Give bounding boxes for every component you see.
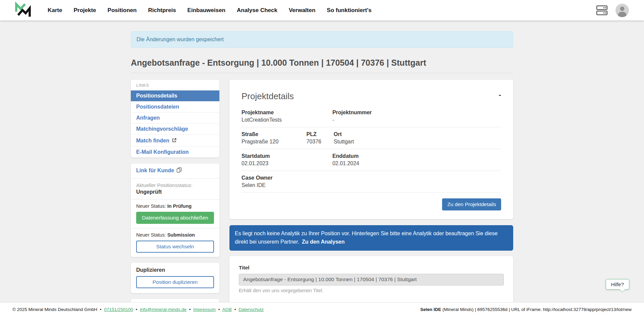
status-card: Link für Kunde Aktueller Positionsstatus…	[131, 164, 219, 257]
nav-positionen[interactable]: Positionen	[108, 7, 137, 14]
page-body: Die Änderungen wurden gespeichert Angebo…	[0, 20, 644, 302]
footer-separator: •	[218, 307, 220, 312]
project-details-title: Projektdetails	[241, 91, 294, 102]
new-status-prefix: Neuer Status:	[136, 232, 167, 238]
go-to-project-details-button[interactable]: Zu den Projektdetails	[442, 198, 501, 210]
new-status-pruefung-section: Neuer Status: In Prüfung Datenerfassung …	[131, 200, 219, 229]
page-title: Angebotsanfrage - Entsorgung | 10.000 To…	[131, 58, 513, 73]
new-status-pruefung-value: In Prüfung	[167, 203, 192, 209]
sidebar-item-positionsdateien[interactable]: Positionsdateien	[131, 101, 219, 112]
projektnummer-value: -	[332, 117, 501, 123]
new-status-submission-line: Neuer Status: Submission	[136, 232, 214, 238]
external-link-icon	[172, 138, 177, 144]
footer-separator: •	[100, 307, 102, 312]
switch-status-button[interactable]: Status wechseln	[136, 241, 214, 253]
footer-impressum-link[interactable]: Impressum	[193, 307, 216, 312]
nav-analyse-check[interactable]: Analyse Check	[237, 7, 277, 14]
footer-phone-link[interactable]: 07151/250100	[104, 307, 133, 312]
links-card-header: LINKS	[131, 80, 219, 90]
top-navbar: Karte Projekte Positionen Richtpreis Ein…	[0, 0, 644, 20]
ort-value: Stuttgart	[334, 139, 501, 145]
project-row-owner: Case Owner Selen IDE	[241, 171, 501, 193]
duplicate-card: Duplizieren Position duplizieren	[131, 263, 219, 293]
mineral-minds-logo-icon[interactable]	[13, 1, 33, 19]
main-navigation: Karte Projekte Positionen Richtpreis Ein…	[48, 7, 372, 14]
match-finden-label: Match finden	[136, 138, 169, 144]
page-footer: © 2025 Mineral Minds Deutschland GmbH • …	[0, 302, 644, 316]
footer-separator: •	[189, 307, 191, 312]
sidebar-item-match-finden[interactable]: Match finden	[131, 134, 219, 146]
titel-help: Erhält den von uns vorgegebenen Titel.	[239, 288, 504, 293]
new-status-submission-section: Neuer Status: Submission Status wechseln	[131, 229, 219, 257]
copyright-text: © 2025 Mineral Minds Deutschland GmbH	[12, 307, 97, 312]
footer-agb-link[interactable]: AGB	[222, 307, 232, 312]
duplicate-position-button[interactable]: Position duplizieren	[136, 276, 214, 288]
alert-text: Die Änderungen wurden gespeichert	[137, 37, 224, 42]
nav-so-funktionierts[interactable]: So funktioniert's	[327, 7, 371, 14]
footer-session-details: (Mineral Minds) | 69576255536d | URL of …	[441, 307, 632, 312]
help-button[interactable]: Hilfe?	[606, 279, 629, 290]
nav-karte[interactable]: Karte	[48, 7, 62, 14]
plz-value: 70376	[307, 139, 334, 145]
analytics-banner-text: Es liegt noch keine Analytik zu Ihrer Po…	[235, 231, 498, 245]
footer-left: © 2025 Mineral Minds Deutschland GmbH • …	[12, 307, 264, 312]
position-form-card: Titel Erhält den von uns vorgegebenen Ti…	[229, 256, 513, 302]
ort-label: Ort	[334, 131, 501, 137]
projektname-label: Projektname	[241, 110, 332, 116]
new-status-pruefung-line: Neuer Status: In Prüfung	[136, 203, 214, 209]
titel-field-group: Titel Erhält den von uns vorgegebenen Ti…	[239, 265, 504, 293]
project-row-name: Projektname LotCreationTests Projektnumm…	[241, 106, 501, 127]
footer-datenschutz-link[interactable]: Datenschutz	[238, 307, 264, 312]
footer-separator: •	[234, 307, 236, 312]
links-card: LINKS Positionsdetails Positionsdateien …	[131, 80, 219, 157]
sidebar-item-email-konfiguration[interactable]: E-Mail Konfiguration	[131, 146, 219, 157]
current-status-section: Aktueller Positionsstatus: Ungeprüft	[131, 179, 219, 200]
customer-link[interactable]: Link für Kunde	[136, 167, 182, 174]
collapse-button[interactable]: -	[499, 91, 501, 99]
nav-projekte[interactable]: Projekte	[73, 7, 96, 14]
case-owner-value: Selen IDE	[241, 182, 501, 188]
navbar-right	[596, 4, 629, 17]
main-content: Projektdetails - Projektname LotCreation…	[229, 80, 513, 302]
nav-einbauweisen[interactable]: Einbauweisen	[187, 7, 225, 14]
new-status-prefix: Neuer Status:	[136, 203, 167, 209]
analytics-banner-link[interactable]: Zu den Analysen	[302, 239, 344, 245]
enddatum-label: Enddatum	[332, 153, 501, 159]
case-owner-label: Case Owner	[241, 175, 501, 181]
duplicate-heading: Duplizieren	[136, 267, 214, 273]
success-alert: Die Änderungen wurden gespeichert	[131, 31, 513, 48]
footer-user-name: Selen IDE	[420, 307, 441, 312]
nav-richtpreis[interactable]: Richtpreis	[148, 7, 176, 14]
projektnummer-label: Projektnummer	[332, 110, 501, 116]
startdatum-label: Startdatum	[241, 153, 332, 159]
footer-separator: •	[136, 307, 137, 312]
copy-icon	[176, 167, 182, 174]
customer-link-label: Link für Kunde	[136, 168, 174, 174]
sidebar-item-anfragen[interactable]: Anfragen	[131, 112, 219, 123]
sidebar-item-matchingvorschlaege[interactable]: Matchingvorschläge	[131, 123, 219, 134]
cancel-card: Stornieren Stornieren	[131, 299, 219, 302]
footer-email-link[interactable]: info@mineral-minds.de	[140, 307, 186, 312]
current-status-label: Aktueller Positionsstatus:	[136, 182, 214, 188]
user-avatar-icon[interactable]	[615, 4, 629, 17]
startdatum-value: 02.01.2023	[241, 161, 332, 167]
titel-input	[239, 274, 504, 286]
footer-session-info: Selen IDE (Mineral Minds) | 69576255536d…	[420, 307, 632, 312]
strasse-value: Pragstraße 120	[241, 139, 307, 145]
customer-link-section: Link für Kunde	[131, 164, 219, 179]
current-status-value: Ungeprüft	[136, 189, 214, 195]
sidebar-item-positionsdetails[interactable]: Positionsdetails	[131, 90, 219, 101]
plz-label: PLZ	[307, 131, 334, 137]
complete-data-entry-button[interactable]: Datenerfassung abschließen	[136, 212, 214, 224]
analytics-banner: Es liegt noch keine Analytik zu Ihrer Po…	[229, 225, 513, 251]
enddatum-value: 02.01.2024	[332, 161, 501, 167]
projektname-value: LotCreationTests	[241, 117, 332, 123]
project-row-address: Straße Pragstraße 120 PLZ 70376 Ort Stut…	[241, 127, 501, 149]
server-rack-icon[interactable]	[596, 5, 608, 16]
project-row-dates: Startdatum 02.01.2023 Enddatum 02.01.202…	[241, 149, 501, 171]
project-details-card: Projektdetails - Projektname LotCreation…	[229, 80, 513, 219]
nav-verwalten[interactable]: Verwalten	[289, 7, 315, 14]
left-sidebar: LINKS Positionsdetails Positionsdateien …	[131, 80, 219, 302]
strasse-label: Straße	[241, 131, 307, 137]
new-status-submission-value: Submission	[167, 232, 195, 238]
